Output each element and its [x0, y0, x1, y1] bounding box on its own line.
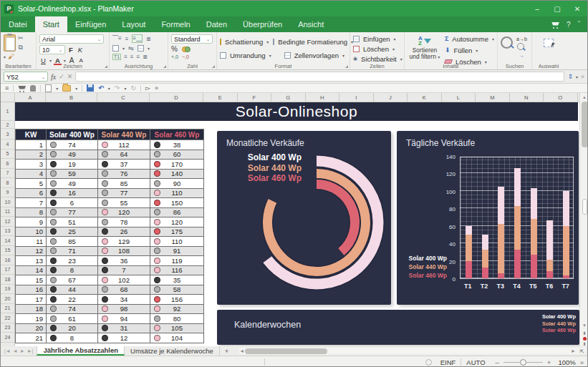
value-cell[interactable]: 58 — [150, 285, 204, 295]
kalenderwochen-chart-panel[interactable]: Kalenderwochen Solar 400 WpSolar 440 WpS… — [217, 310, 579, 345]
value-cell[interactable]: 20 — [47, 324, 98, 334]
prev-sheet-icon[interactable]: ◄ — [13, 348, 18, 353]
wrap-text-icon[interactable]: ⇋ — [128, 44, 134, 52]
value-cell[interactable]: 94 — [98, 314, 150, 324]
cut-icon[interactable]: ✂ — [18, 34, 24, 41]
value-cell[interactable]: 150 — [150, 198, 204, 208]
row-header-18[interactable]: 18 — [1, 275, 14, 285]
number-format-select[interactable]: Standard⌄ — [171, 34, 213, 44]
kw-cell[interactable]: 18 — [16, 305, 47, 315]
scroll-down-icon[interactable]: ▼ — [580, 323, 588, 328]
undo-dropdown[interactable]: ▾ — [108, 86, 110, 91]
collapse-ribbon-icon[interactable]: ˆ — [578, 21, 580, 29]
cancel-formula-icon[interactable]: ✕ — [67, 73, 73, 80]
value-cell[interactable]: 36 — [98, 256, 150, 266]
open-file-icon[interactable] — [62, 85, 71, 92]
value-cell[interactable]: 77 — [47, 208, 98, 218]
formula-bar-dropdown[interactable]: ▾ — [576, 74, 578, 79]
column-header-N[interactable]: N — [510, 93, 544, 102]
kw-cell[interactable]: 15 — [16, 275, 47, 285]
kw-cell[interactable]: 16 — [16, 285, 47, 295]
horizontal-scrollbar[interactable]: ◄ ► ⇱ — [239, 348, 586, 354]
font-size-select[interactable]: 10⌄ — [39, 45, 65, 54]
row-header-6[interactable]: 6 — [1, 159, 14, 169]
align-left-icon[interactable]: ≡ — [124, 54, 127, 60]
undo-icon[interactable]: ↶ — [98, 84, 104, 92]
close-button[interactable]: ✕ — [567, 1, 587, 16]
value-cell[interactable]: 60 — [150, 150, 204, 160]
value-cell[interactable]: 77 — [98, 189, 150, 199]
value-cell[interactable]: 78 — [98, 217, 150, 227]
minimize-button[interactable]: – — [527, 1, 547, 16]
zoom-slider[interactable] — [503, 362, 543, 363]
value-cell[interactable]: 22 — [47, 295, 98, 305]
row-header-24[interactable]: 24 — [1, 333, 14, 343]
value-cell[interactable]: 120 — [98, 208, 150, 218]
sheet-canvas[interactable]: 123456789101112131415161718192021222324 … — [1, 102, 579, 346]
add-sheet-button[interactable]: + — [220, 346, 234, 356]
row-header-8[interactable]: 8 — [1, 178, 14, 188]
column-header-K[interactable]: K — [408, 93, 442, 102]
value-cell[interactable]: 68 — [98, 285, 150, 295]
row-header-2[interactable]: 2 — [1, 121, 14, 129]
monthly-sales-chart-panel[interactable]: Monatliche Verkäufe Solar 400 WpSolar 44… — [217, 131, 391, 305]
remove-decimal-icon[interactable]: −,0 — [182, 54, 189, 59]
insert-function-icon[interactable]: fx — [51, 73, 56, 81]
column-header-J[interactable]: J — [374, 93, 408, 102]
value-cell[interactable]: 8 — [47, 333, 98, 343]
percent-format-icon[interactable]: % — [171, 45, 178, 53]
formula-bar-more[interactable]: » — [581, 73, 584, 80]
value-cell[interactable]: 175 — [150, 227, 204, 238]
row-header-23[interactable]: 23 — [1, 323, 14, 333]
value-cell[interactable]: 49 — [47, 179, 98, 189]
row-header-21[interactable]: 21 — [1, 304, 14, 314]
toolbar-more[interactable]: » — [155, 84, 158, 92]
first-sheet-icon[interactable]: |◄ — [4, 348, 11, 353]
umrandung-button[interactable]: Umrandung — [228, 51, 267, 59]
value-cell[interactable]: 26 — [98, 227, 150, 238]
value-cell[interactable]: 67 — [47, 275, 98, 285]
value-cell[interactable]: 170 — [150, 160, 204, 170]
column-header-C[interactable]: C — [97, 93, 150, 102]
kw-cell[interactable]: 13 — [16, 256, 47, 266]
next-sheet-icon[interactable]: ⬍ — [580, 341, 588, 346]
kw-cell[interactable]: 4 — [16, 170, 47, 180]
value-cell[interactable]: 92 — [150, 305, 204, 315]
vertical-scrollbar[interactable]: ▲ ▼ ⬍ ⬍ — [579, 93, 588, 346]
split-handle[interactable] — [582, 199, 587, 215]
row-header-20[interactable]: 20 — [1, 294, 14, 304]
kw-cell[interactable]: 11 — [16, 237, 47, 247]
value-cell[interactable]: 59 — [47, 170, 98, 180]
row-header-1[interactable]: 1 — [1, 102, 14, 121]
column-header-E[interactable]: E — [203, 93, 238, 102]
redo-dropdown[interactable]: ▾ — [124, 86, 126, 91]
column-header-H[interactable]: H — [306, 93, 340, 102]
align-center-icon[interactable]: ≡ — [130, 54, 134, 60]
row-header-5[interactable]: 5 — [1, 150, 14, 160]
value-cell[interactable]: 64 — [98, 150, 150, 160]
column-header-A[interactable]: A — [15, 93, 46, 102]
open-file-dropdown[interactable]: ▾ — [75, 86, 77, 91]
tab-start[interactable]: Start — [35, 16, 67, 32]
column-header-B[interactable]: B — [46, 93, 97, 102]
value-cell[interactable]: 23 — [47, 256, 98, 266]
value-cell[interactable]: 91 — [150, 247, 204, 257]
value-cell[interactable]: 85 — [47, 237, 98, 247]
column-header-O[interactable]: O — [544, 93, 578, 102]
valign-bottom-icon[interactable]: ≡⎽ — [132, 34, 143, 43]
zoom-slider-knob[interactable] — [520, 359, 526, 366]
sheet-tab-umsaetze-je-kalenderwoche[interactable]: Umsätze je Kalenderwoche — [125, 346, 220, 356]
save-icon[interactable] — [87, 84, 94, 92]
kw-cell[interactable]: 19 — [16, 314, 47, 324]
insert-mode-indicator[interactable]: EINF — [440, 358, 456, 366]
redo-icon[interactable]: ↷ — [115, 84, 120, 92]
tab-layout[interactable]: Layout — [114, 16, 153, 32]
border-box-icon[interactable] — [112, 45, 119, 52]
column-header-G[interactable]: G — [271, 93, 306, 102]
corner-select-icon[interactable]: ⇱ — [579, 348, 584, 355]
value-cell[interactable]: 105 — [150, 324, 204, 334]
column-header-L[interactable]: L — [442, 93, 476, 102]
value-cell[interactable]: 129 — [98, 237, 150, 247]
row-header-22[interactable]: 22 — [1, 313, 14, 323]
row-header-7[interactable]: 7 — [1, 169, 14, 179]
